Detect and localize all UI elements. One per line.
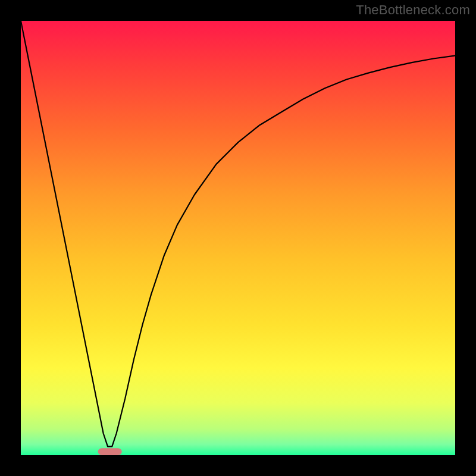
chart-frame: TheBottleneck.com: [0, 0, 476, 476]
plot-area: [21, 21, 455, 455]
chart-svg: [21, 21, 455, 455]
optimal-marker: [98, 448, 122, 455]
gradient-background: [21, 21, 455, 455]
watermark-text: TheBottleneck.com: [356, 2, 470, 18]
